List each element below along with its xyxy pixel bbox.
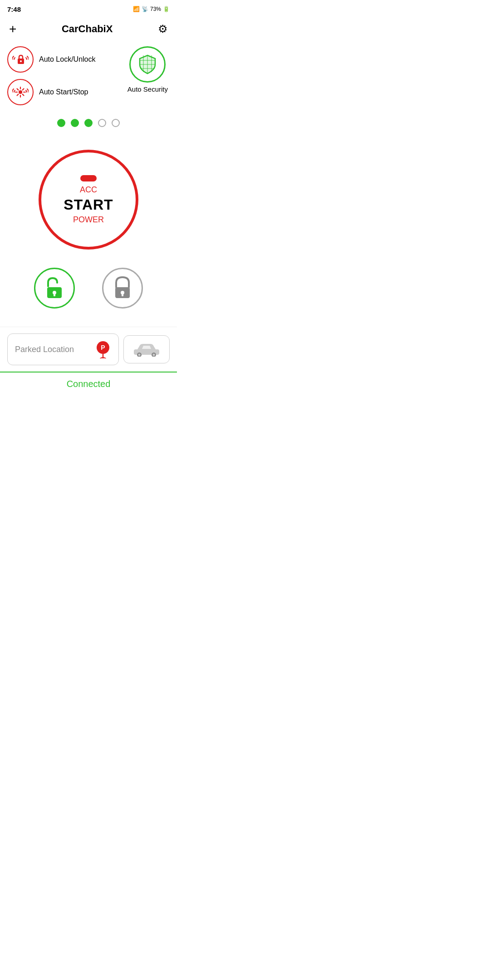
add-button[interactable]: +	[9, 23, 16, 35]
unlock-button[interactable]	[34, 268, 75, 309]
auto-security-icon	[136, 53, 159, 76]
dot-5[interactable]	[112, 119, 120, 127]
car-button[interactable]	[123, 335, 170, 363]
auto-start-icon	[12, 84, 29, 100]
acc-label: ACC	[80, 185, 97, 195]
wifi-icon: 📶	[133, 6, 140, 12]
dot-4[interactable]	[98, 119, 106, 127]
header: + CarChabiX ⚙	[0, 16, 177, 42]
battery-icon: 🔋	[163, 6, 170, 12]
unlock-icon	[44, 276, 65, 300]
auto-start-label: Auto Start/Stop	[39, 88, 88, 96]
status-icons: 📶 📡 73% 🔋	[133, 6, 170, 12]
page-dots	[0, 110, 177, 141]
feature-left: Auto Lock/Unlock Auto Start/Stop	[7, 46, 96, 105]
auto-security-circle	[129, 46, 166, 83]
auto-start-item[interactable]: Auto Start/Stop	[7, 79, 96, 105]
battery-percent: 73%	[150, 6, 161, 12]
dot-3[interactable]	[84, 119, 93, 127]
car-icon	[133, 342, 160, 357]
svg-rect-14	[122, 294, 123, 296]
parked-location-icon: P	[95, 340, 111, 358]
parked-location-label: Parked Location	[15, 345, 74, 354]
parked-location-button[interactable]: Parked Location P	[7, 333, 119, 365]
svg-rect-11	[54, 294, 55, 296]
auto-start-icon-circle	[7, 79, 34, 105]
auto-security-item[interactable]: Auto Security	[127, 46, 168, 93]
svg-point-1	[20, 60, 22, 62]
location-pin-icon: P	[95, 340, 111, 358]
start-button[interactable]: ACC START POWER	[39, 150, 138, 250]
auto-lock-icon	[12, 51, 29, 68]
bottom-bar: Parked Location P	[0, 327, 177, 372]
auto-security-label: Auto Security	[127, 85, 168, 93]
settings-icon[interactable]: ⚙	[158, 23, 168, 35]
app-title: CarChabiX	[62, 23, 113, 35]
feature-row: Auto Lock/Unlock Auto Start/Stop	[0, 42, 177, 110]
signal-icon: 📡	[142, 6, 148, 12]
start-button-container: ACC START POWER	[0, 141, 177, 263]
svg-point-2	[19, 90, 22, 94]
lock-unlock-row	[0, 263, 177, 327]
dot-2[interactable]	[71, 119, 79, 127]
dot-1[interactable]	[57, 119, 65, 127]
auto-lock-item[interactable]: Auto Lock/Unlock	[7, 46, 96, 73]
lock-icon	[112, 276, 133, 300]
lock-button[interactable]	[102, 268, 143, 309]
svg-point-22	[153, 354, 155, 356]
auto-lock-label: Auto Lock/Unlock	[39, 55, 96, 64]
auto-lock-icon-circle	[7, 46, 34, 73]
svg-point-20	[138, 354, 141, 356]
power-label: POWER	[73, 215, 104, 225]
start-label: START	[64, 196, 113, 213]
start-indicator	[80, 175, 97, 181]
connected-footer: Connected	[0, 372, 177, 396]
connected-label: Connected	[67, 379, 111, 389]
status-time: 7:48	[7, 5, 21, 13]
status-bar: 7:48 📶 📡 73% 🔋	[0, 0, 177, 16]
